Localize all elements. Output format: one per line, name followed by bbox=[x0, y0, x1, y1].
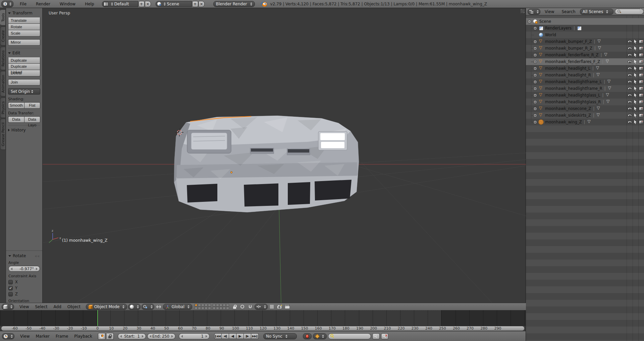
layer-toggle[interactable] bbox=[213, 307, 216, 309]
end-frame-field[interactable]: End: 250 bbox=[147, 333, 175, 339]
layer-toggle[interactable] bbox=[213, 304, 216, 306]
expand-toggle-icon[interactable] bbox=[533, 47, 537, 50]
jump-prev-keyframe-button[interactable]: ◀ bbox=[222, 333, 229, 339]
visibility-toggle[interactable] bbox=[627, 78, 633, 85]
expand-toggle-icon[interactable] bbox=[533, 40, 537, 44]
renderability-toggle[interactable] bbox=[638, 78, 644, 85]
visibility-toggle[interactable] bbox=[627, 119, 633, 125]
expand-toggle-icon[interactable] bbox=[533, 120, 537, 124]
region-corner-grip[interactable] bbox=[640, 8, 644, 12]
interaction-mode-dropdown[interactable]: Object Mode bbox=[86, 304, 127, 310]
visibility-toggle[interactable] bbox=[627, 72, 633, 78]
scene-dropdown[interactable]: Scene bbox=[156, 1, 192, 7]
menu-item[interactable]: Object bbox=[64, 304, 84, 309]
join-button[interactable]: Join bbox=[8, 79, 40, 86]
transform-panel-header[interactable]: Transform bbox=[8, 11, 40, 15]
menu-item[interactable]: Playback bbox=[71, 334, 95, 339]
app-menu-button[interactable]: i bbox=[1, 1, 13, 7]
expand-toggle-icon[interactable] bbox=[533, 80, 537, 84]
manipulator-toggle[interactable] bbox=[155, 304, 162, 310]
tool-shelf-tab[interactable]: Tools bbox=[0, 9, 6, 25]
menu-item[interactable]: Frame bbox=[53, 334, 71, 339]
layer-toggle[interactable] bbox=[208, 307, 211, 309]
edit-panel-header[interactable]: Edit bbox=[8, 51, 40, 55]
tool-button[interactable]: Delete bbox=[8, 70, 40, 76]
layer-toggle[interactable] bbox=[205, 304, 208, 306]
proportional-edit-dropdown[interactable] bbox=[239, 304, 246, 310]
tool-shelf-tab[interactable]: Physics bbox=[0, 98, 6, 118]
tool-shelf-tab[interactable]: Grease Pencil bbox=[0, 119, 6, 150]
outliner-row[interactable]: moonhawk_fenderflare_R_Z | bbox=[526, 52, 644, 58]
visibility-toggle[interactable] bbox=[627, 105, 633, 112]
tool-shelf-tab[interactable]: Create bbox=[0, 26, 6, 46]
outliner-row[interactable]: Scene | bbox=[526, 18, 644, 25]
menu-item[interactable]: Marker bbox=[33, 334, 52, 339]
editor-type-dropdown[interactable] bbox=[2, 333, 14, 339]
screen-layout-dropdown[interactable]: Default bbox=[102, 1, 138, 7]
renderability-toggle[interactable] bbox=[638, 38, 644, 45]
tool-shelf-tab[interactable]: Animation bbox=[0, 71, 6, 97]
outliner-row[interactable]: moonhawk_bumper_F_Z | bbox=[526, 38, 644, 45]
timeline-canvas[interactable] bbox=[0, 310, 526, 326]
renderability-toggle[interactable] bbox=[638, 85, 644, 92]
car-model-mesh[interactable] bbox=[174, 116, 359, 212]
tool-button[interactable]: Scale bbox=[8, 30, 40, 37]
checkbox[interactable] bbox=[8, 280, 13, 284]
delete-keyframe-button[interactable]: × bbox=[381, 333, 388, 339]
layer-toggle[interactable] bbox=[226, 304, 229, 306]
selectability-toggle[interactable] bbox=[633, 92, 638, 99]
editor-type-dropdown[interactable] bbox=[2, 304, 14, 310]
av-sync-dropdown[interactable]: No Sync bbox=[263, 333, 297, 339]
layer-toggle[interactable] bbox=[226, 307, 229, 309]
layer-toggle[interactable] bbox=[195, 304, 198, 306]
selectability-toggle[interactable] bbox=[633, 52, 638, 58]
layer-toggle[interactable] bbox=[198, 307, 201, 309]
play-button[interactable]: ▶ bbox=[236, 333, 244, 339]
renderability-toggle[interactable] bbox=[638, 99, 644, 105]
selectability-toggle[interactable] bbox=[633, 58, 638, 65]
visibility-toggle[interactable] bbox=[627, 112, 633, 119]
decrement-arrow-icon[interactable] bbox=[11, 268, 12, 270]
set-origin-dropdown[interactable]: Set Origin bbox=[8, 88, 40, 95]
expand-toggle-icon[interactable] bbox=[533, 100, 537, 104]
layer-toggle[interactable] bbox=[223, 304, 226, 306]
lock-layers-toggle[interactable] bbox=[231, 304, 238, 310]
selectability-toggle[interactable] bbox=[633, 85, 638, 92]
layer-toggle[interactable] bbox=[223, 307, 226, 309]
auto-keyframe-toggle[interactable] bbox=[303, 333, 312, 339]
outliner-row[interactable]: RenderLayers | bbox=[526, 25, 644, 32]
selectability-toggle[interactable] bbox=[633, 99, 638, 105]
visibility-toggle[interactable] bbox=[627, 65, 633, 72]
tool-button[interactable]: Duplicate bbox=[8, 57, 40, 64]
tool-button[interactable]: Duplicate Linked bbox=[8, 64, 40, 70]
layer-toggle[interactable] bbox=[219, 304, 222, 306]
expand-toggle-icon[interactable] bbox=[533, 94, 537, 97]
renderability-toggle[interactable] bbox=[638, 105, 644, 112]
play-reverse-button[interactable]: ◀ bbox=[229, 333, 236, 339]
delete-scene-button[interactable]: × bbox=[199, 1, 205, 7]
expand-toggle-icon[interactable] bbox=[533, 26, 537, 30]
renderability-toggle[interactable] bbox=[638, 45, 644, 52]
data-button[interactable]: Data bbox=[8, 116, 24, 123]
menu-item[interactable]: Search bbox=[558, 9, 578, 14]
smooth-button[interactable]: Smooth bbox=[8, 102, 24, 109]
renderability-toggle[interactable] bbox=[638, 58, 644, 65]
decrement-arrow-icon[interactable] bbox=[181, 335, 183, 338]
outliner-row[interactable]: moonhawk_headlight_R | bbox=[526, 72, 644, 78]
menu-item[interactable]: View bbox=[542, 9, 557, 14]
opengl-render-animation-button[interactable] bbox=[284, 304, 291, 310]
layer-toggle[interactable] bbox=[195, 307, 198, 309]
expand-toggle-icon[interactable] bbox=[533, 53, 537, 57]
outliner-row[interactable]: moonhawk_wing_Z | bbox=[526, 119, 644, 125]
viewport-3d-canvas[interactable]: x z bbox=[43, 8, 526, 303]
layer-toggle[interactable] bbox=[205, 307, 208, 309]
menu-item[interactable]: View bbox=[16, 304, 32, 309]
menu-item[interactable]: View bbox=[17, 334, 33, 339]
renderability-toggle[interactable] bbox=[638, 52, 644, 58]
axis-checkbox-row[interactable]: Z bbox=[8, 292, 40, 296]
visibility-toggle[interactable] bbox=[627, 92, 633, 99]
region-corner-grip[interactable] bbox=[521, 9, 525, 13]
selectability-toggle[interactable] bbox=[633, 72, 638, 78]
delete-layout-button[interactable]: × bbox=[145, 1, 151, 7]
expand-toggle-icon[interactable] bbox=[533, 114, 537, 117]
